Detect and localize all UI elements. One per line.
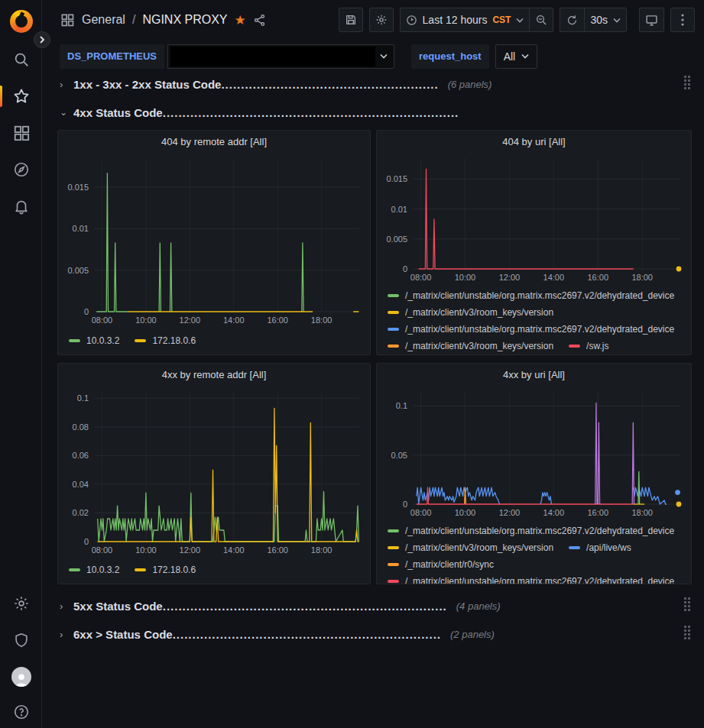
legend-item[interactable]: /_matrix/client/unstable/org.matrix.msc2… xyxy=(388,324,674,335)
sidebar-item-settings[interactable] xyxy=(0,588,42,619)
legend-item[interactable]: /_matrix/client/unstable/org.matrix.msc2… xyxy=(388,576,674,584)
legend-item[interactable]: /_matrix/client/v3/room_keys/version xyxy=(388,307,553,318)
help-icon xyxy=(13,704,30,720)
request-host-variable-label[interactable]: request_host xyxy=(411,44,489,69)
row-drag-handle[interactable] xyxy=(684,626,690,639)
row-drag-handle[interactable] xyxy=(684,597,690,611)
header-actions: Last 12 hours CST 30s xyxy=(339,8,695,32)
legend-item[interactable]: /_matrix/client/unstable/org.matrix.msc2… xyxy=(388,290,674,301)
panel-title[interactable]: 4xx by uri [All] xyxy=(377,364,691,385)
datasource-variable-label[interactable]: DS_PROMETHEUS xyxy=(60,44,164,69)
legend-item[interactable]: /_matrix/client/unstable/org.matrix.msc2… xyxy=(388,526,674,536)
legend-row: /_matrix/client/unstable/org.matrix.msc2… xyxy=(388,321,691,338)
shield-icon xyxy=(13,632,30,649)
row-4xx[interactable]: ⌄ 4xx Status Code ......................… xyxy=(60,102,692,123)
legend-series-label: /sw.js xyxy=(586,341,608,351)
legend-item[interactable]: /_matrix/client/v3/room_keys/version xyxy=(388,542,553,553)
legend-item[interactable]: /sw.js xyxy=(569,341,608,351)
chart-legend: 10.0.3.2172.18.0.6 xyxy=(58,328,370,354)
chevron-down-icon xyxy=(380,53,394,59)
svg-text:0.1: 0.1 xyxy=(396,401,407,410)
svg-text:0.02: 0.02 xyxy=(73,508,89,517)
row-5xx[interactable]: › 5xx Status Code ......................… xyxy=(60,595,692,616)
svg-text:08:00: 08:00 xyxy=(410,273,432,282)
legend-series-label: /_matrix/client/unstable/org.matrix.msc2… xyxy=(405,324,674,335)
legend-series-label: 10.0.3.2 xyxy=(86,335,119,346)
svg-text:16:00: 16:00 xyxy=(267,315,288,325)
legend-item[interactable]: /_matrix/client/r0/sync xyxy=(388,559,494,570)
legend-series-color xyxy=(135,568,146,571)
legend-item[interactable]: 172.18.0.6 xyxy=(135,335,196,346)
row-collapse-chevron: › xyxy=(60,629,73,640)
request-host-variable-select[interactable]: All xyxy=(495,44,538,69)
refresh-group: 30s xyxy=(560,8,627,32)
timeseries-chart[interactable]: 08:0010:0012:0014:0016:0018:0000.020.040… xyxy=(58,385,370,558)
sidebar-item-explore[interactable] xyxy=(0,154,42,185)
panel-title[interactable]: 404 by uri [All] xyxy=(377,131,691,152)
breadcrumb-section[interactable]: General xyxy=(82,13,125,27)
svg-text:0: 0 xyxy=(84,307,89,316)
cycle-view-mode-button[interactable] xyxy=(639,8,664,32)
svg-text:16:00: 16:00 xyxy=(587,508,608,517)
svg-text:08:00: 08:00 xyxy=(92,545,113,555)
zoom-out-time-button[interactable] xyxy=(529,8,553,32)
row-title: 1xx - 3xx - 2xx Status Code xyxy=(73,78,221,91)
timeseries-chart[interactable]: 08:0010:0012:0014:0016:0018:0000.0050.01… xyxy=(377,152,691,286)
chart-legend: 10.0.3.2172.18.0.6 xyxy=(58,558,370,584)
refresh-button[interactable] xyxy=(560,8,584,32)
legend-series-color xyxy=(135,339,146,342)
sidebar-item-dashboards[interactable] xyxy=(0,118,42,148)
svg-text:10:00: 10:00 xyxy=(455,508,476,517)
more-options-kebab-button[interactable] xyxy=(670,8,695,32)
svg-text:14:00: 14:00 xyxy=(543,508,565,517)
svg-text:12:00: 12:00 xyxy=(180,545,201,555)
svg-text:0: 0 xyxy=(84,537,89,546)
timeseries-chart[interactable]: 08:0010:0012:0014:0016:0018:0000.0050.01… xyxy=(58,152,370,328)
sidebar-expand-button[interactable] xyxy=(34,31,50,48)
row-title: 6xx > Status Code xyxy=(73,628,173,641)
row-1xx-3xx-2xx[interactable]: › 1xx - 3xx - 2xx Status Code ..........… xyxy=(60,73,692,95)
time-range-button[interactable]: Last 12 hours CST xyxy=(400,8,530,32)
legend-series-label: 172.18.0.6 xyxy=(152,335,196,346)
page-title[interactable]: NGINX PROXY xyxy=(142,13,227,27)
legend-series-label: /_matrix/client/v3/room_keys/version xyxy=(405,542,553,553)
panel-title[interactable]: 404 by remote addr [All] xyxy=(58,131,370,152)
sidebar-item-starred[interactable] xyxy=(0,81,42,112)
sidebar-item-help[interactable] xyxy=(0,697,42,727)
legend-series-color xyxy=(388,546,399,549)
row-6xx[interactable]: › 6xx > Status Code ....................… xyxy=(60,623,692,645)
refresh-interval-dropdown[interactable]: 30s xyxy=(584,8,627,32)
legend-item[interactable]: 172.18.0.6 xyxy=(135,565,196,575)
star-icon xyxy=(12,87,31,105)
legend-item[interactable]: 10.0.3.2 xyxy=(69,565,119,575)
dashboard-header: General / NGINX PROXY ★ Last 12 hours CS… xyxy=(43,0,704,40)
datasource-variable-select[interactable] xyxy=(167,44,394,69)
sidebar-item-server-admin[interactable] xyxy=(0,625,42,655)
legend-series-label: /_matrix/client/v3/room_keys/version xyxy=(405,307,553,318)
sidebar-item-alerting[interactable] xyxy=(0,191,42,222)
sidebar-item-search[interactable] xyxy=(0,44,42,75)
save-dashboard-button[interactable] xyxy=(339,8,363,32)
legend-series-label: 172.18.0.6 xyxy=(152,565,196,575)
sidebar-item-profile[interactable] xyxy=(0,662,42,692)
panel-title[interactable]: 4xx by remote addr [All] xyxy=(58,364,370,385)
legend-item[interactable]: /api/live/ws xyxy=(569,542,631,553)
legend-series-color xyxy=(69,339,80,342)
row-title-dots: ........................................… xyxy=(163,600,447,613)
breadcrumb-separator: / xyxy=(132,13,135,27)
magnifier-minus-icon xyxy=(535,14,547,26)
grafana-logo[interactable] xyxy=(0,6,42,37)
dashboard-settings-button[interactable] xyxy=(369,8,394,32)
kebab-icon xyxy=(681,14,684,26)
timeseries-chart[interactable]: 08:0010:0012:0014:0016:0018:0000.050.1 xyxy=(377,385,691,521)
legend-item[interactable]: 10.0.3.2 xyxy=(69,335,119,346)
favorite-star-icon[interactable]: ★ xyxy=(235,14,246,27)
svg-text:18:00: 18:00 xyxy=(311,545,333,555)
share-icon[interactable] xyxy=(253,14,266,27)
svg-text:0.06: 0.06 xyxy=(73,451,89,460)
row-drag-handle[interactable] xyxy=(684,76,690,89)
legend-item[interactable]: /_matrix/client/v3/room_keys/version xyxy=(388,341,553,351)
row-title-dots: ........................................… xyxy=(173,628,441,641)
gear-icon xyxy=(375,14,388,26)
svg-text:18:00: 18:00 xyxy=(631,508,653,517)
